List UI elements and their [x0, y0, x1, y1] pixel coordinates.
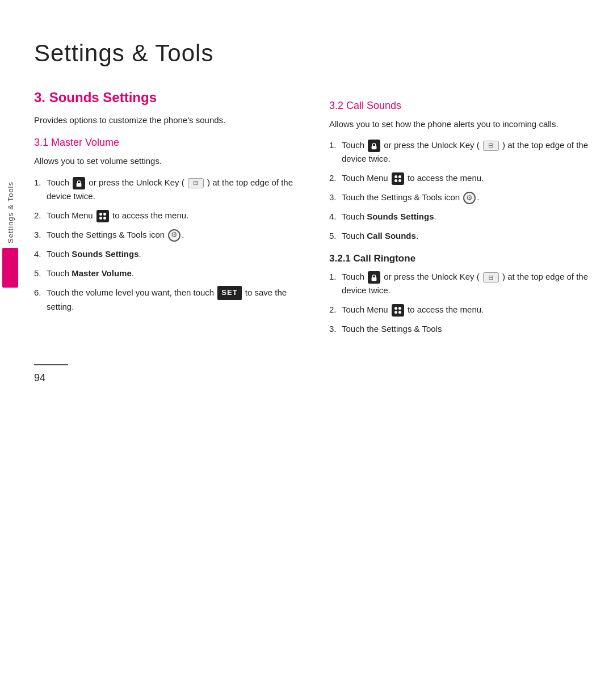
step-31-3: 3. Touch the Settings & Tools icon ⚙. [34, 228, 295, 242]
step-text: Touch or press the Unlock Key ( ⊟ ) at t… [342, 138, 590, 166]
settings-icon: ⚙ [463, 192, 476, 204]
unlock-key-icon: ⊟ [483, 141, 499, 151]
step-num: 2. [329, 171, 339, 185]
right-column: 3.2 Call Sounds Allows you to set how th… [329, 90, 590, 341]
step-32-2: 2. Touch Menu to access the menu. [329, 171, 590, 185]
step-text: Touch the volume level you want, then to… [47, 286, 295, 314]
menu-icon [96, 210, 109, 222]
menu-icon [392, 304, 404, 317]
set-button-label: SET [217, 286, 241, 300]
sidebar-tab-label: Settings & Tools [6, 182, 15, 243]
steps-31-list: 1. Touch or press the Unlock Key ( ⊟ ) a… [34, 176, 295, 314]
step-num: 1. [329, 270, 339, 284]
step-num: 2. [34, 209, 44, 222]
steps-321-list: 1. Touch or press the Unlock Key ( ⊟ ) a… [329, 270, 590, 336]
menu-icon [392, 172, 404, 185]
step-321-2: 2. Touch Menu to access the menu. [329, 303, 590, 317]
unlock-key-icon: ⊟ [483, 272, 499, 282]
lock-icon [73, 177, 85, 189]
unlock-key-icon: ⊟ [188, 178, 204, 188]
step-31-6: 6. Touch the volume level you want, then… [34, 286, 295, 314]
page-title: Settings & Tools [34, 40, 590, 67]
subsection-31-description: Allows you to set volume settings. [34, 154, 295, 167]
step-text: Touch or press the Unlock Key ( ⊟ ) at t… [342, 270, 590, 297]
svg-rect-0 [77, 183, 82, 187]
page-wrapper: Settings & Tools Settings & Tools 3. Sou… [0, 0, 613, 700]
left-column: 3. Sounds Settings Provides options to c… [34, 90, 295, 341]
step-num: 1. [34, 176, 44, 189]
step-text: Touch Menu to access the menu. [342, 171, 590, 185]
sidebar-tab-bar [2, 248, 18, 288]
svg-rect-2 [372, 277, 377, 281]
lock-icon [368, 271, 380, 284]
subsection-31-heading: 3.1 Master Volume [34, 137, 295, 149]
steps-32-list: 1. Touch or press the Unlock Key ( ⊟ ) a… [329, 138, 590, 243]
step-31-2: 2. Touch Menu to access the menu. [34, 209, 295, 222]
step-num: 3. [34, 228, 44, 242]
term-master-volume: Master Volume [72, 268, 132, 278]
step-32-4: 4. Touch Sounds Settings. [329, 210, 590, 224]
main-content: Settings & Tools 3. Sounds Settings Prov… [34, 40, 590, 384]
step-num: 5. [329, 229, 339, 243]
step-num: 4. [329, 210, 339, 224]
step-num: 3. [329, 322, 339, 336]
subsection-32-description: Allows you to set how the phone alerts y… [329, 117, 590, 130]
step-31-1: 1. Touch or press the Unlock Key ( ⊟ ) a… [34, 176, 295, 203]
step-32-5: 5. Touch Call Sounds. [329, 229, 590, 243]
step-num: 6. [34, 286, 44, 300]
settings-icon: ⚙ [168, 229, 180, 242]
subsection-32-heading: 3.2 Call Sounds [329, 100, 590, 112]
two-column-layout: 3. Sounds Settings Provides options to c… [34, 90, 590, 341]
term-call-sounds: Call Sounds [367, 231, 416, 241]
term-sounds-settings: Sounds Settings [72, 249, 138, 259]
step-text: Touch or press the Unlock Key ( ⊟ ) at t… [47, 176, 295, 203]
step-num: 1. [329, 138, 339, 152]
step-31-5: 5. Touch Master Volume. [34, 267, 295, 280]
svg-rect-1 [372, 146, 377, 149]
step-num: 2. [329, 303, 339, 317]
sidebar-tab: Settings & Tools [0, 182, 20, 340]
step-text: Touch the Settings & Tools icon ⚙. [342, 191, 590, 204]
step-text: Touch Master Volume. [47, 267, 295, 280]
step-num: 5. [34, 267, 44, 280]
term-sounds-settings-2: Sounds Settings [367, 212, 434, 221]
step-321-3: 3. Touch the Settings & Tools [329, 322, 590, 336]
step-321-1: 1. Touch or press the Unlock Key ( ⊟ ) a… [329, 270, 590, 297]
step-text: Touch Sounds Settings. [342, 210, 590, 224]
step-text: Touch Call Sounds. [342, 229, 590, 243]
step-num: 4. [34, 247, 44, 261]
step-text: Touch the Settings & Tools icon ⚙. [47, 228, 295, 242]
step-31-4: 4. Touch Sounds Settings. [34, 247, 295, 261]
footer-divider [34, 364, 68, 365]
step-num: 3. [329, 191, 339, 204]
subsection-321-heading: 3.2.1 Call Ringtone [329, 253, 590, 264]
step-32-1: 1. Touch or press the Unlock Key ( ⊟ ) a… [329, 138, 590, 166]
lock-icon [368, 140, 380, 152]
section-description: Provides options to customize the phone'… [34, 113, 295, 126]
step-text: Touch Menu to access the menu. [47, 209, 295, 222]
section-heading-sounds: 3. Sounds Settings [34, 90, 295, 106]
step-text: Touch the Settings & Tools [342, 322, 590, 336]
step-text: Touch Sounds Settings. [47, 247, 295, 261]
step-32-3: 3. Touch the Settings & Tools icon ⚙. [329, 191, 590, 204]
page-number: 94 [34, 372, 590, 384]
step-text: Touch Menu to access the menu. [342, 303, 590, 317]
